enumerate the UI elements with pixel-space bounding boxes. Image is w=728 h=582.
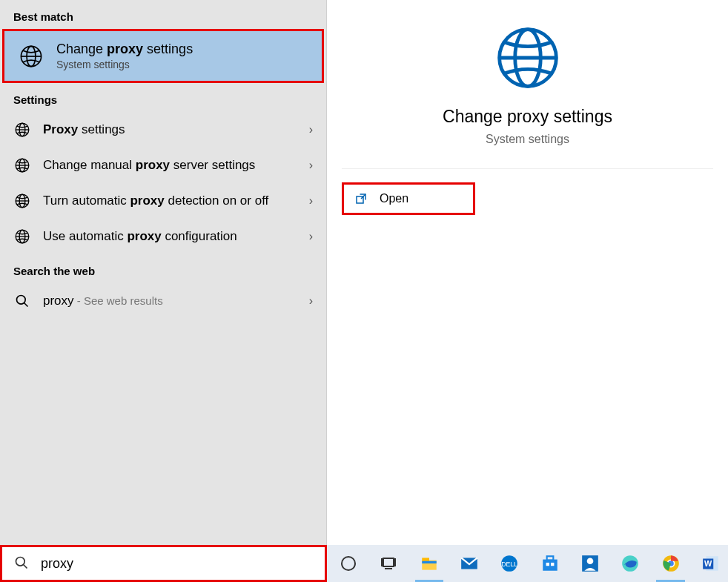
search-icon: [14, 555, 30, 572]
best-match-text: Change proxy settings System settings: [56, 42, 193, 70]
globe-icon: [18, 43, 44, 70]
preview-title: Change proxy settings: [342, 107, 713, 127]
cortana-icon[interactable]: [331, 545, 365, 582]
mail-icon[interactable]: [452, 545, 486, 582]
store-icon[interactable]: [532, 545, 566, 582]
settings-item-proxy-settings[interactable]: Proxy settings ›: [0, 112, 326, 148]
preview-panel: Change proxy settings System settings Op…: [327, 0, 728, 545]
svg-line-16: [24, 303, 28, 307]
svg-rect-36: [546, 556, 553, 560]
best-match-item[interactable]: Change proxy settings System settings: [2, 29, 324, 83]
best-match-title-post: settings: [143, 42, 193, 56]
globe-icon: [13, 228, 31, 245]
globe-icon: [13, 121, 31, 139]
svg-rect-31: [422, 561, 437, 563]
search-icon: [13, 292, 31, 310]
globe-icon: [13, 192, 31, 210]
settings-item-auto-detection[interactable]: Turn automatic proxy detection on or off…: [0, 183, 326, 219]
preview-sub: System settings: [342, 133, 713, 146]
svg-rect-35: [543, 560, 557, 571]
best-match-title-pre: Change: [56, 42, 107, 56]
open-icon: [354, 192, 368, 205]
svg-line-23: [24, 565, 27, 569]
svg-rect-30: [422, 558, 429, 560]
task-view-icon[interactable]: [371, 545, 406, 582]
best-match-title-bold: proxy: [107, 42, 143, 56]
chrome-icon[interactable]: [653, 545, 687, 582]
word-icon[interactable]: W: [694, 545, 728, 582]
search-results-panel: Best match Change proxy settings System …: [0, 0, 327, 545]
people-icon[interactable]: [573, 545, 607, 582]
chevron-right-icon: ›: [309, 294, 313, 308]
web-result-item[interactable]: proxy - See web results ›: [0, 283, 326, 319]
search-box[interactable]: [0, 545, 327, 582]
svg-text:DELL: DELL: [502, 560, 518, 568]
preview-card: Change proxy settings System settings: [342, 0, 713, 169]
open-button[interactable]: Open: [342, 182, 475, 215]
settings-item-auto-config[interactable]: Use automatic proxy configuration ›: [0, 219, 326, 254]
file-explorer-icon[interactable]: [412, 545, 446, 582]
edge-icon[interactable]: [613, 545, 647, 582]
svg-rect-37: [546, 563, 549, 566]
chevron-right-icon: ›: [309, 123, 313, 136]
chevron-right-icon: ›: [309, 159, 313, 172]
svg-rect-25: [383, 558, 394, 566]
settings-item-manual-proxy[interactable]: Change manual proxy server settings ›: [0, 148, 326, 183]
svg-rect-38: [551, 563, 554, 566]
svg-point-22: [16, 558, 25, 566]
svg-text:W: W: [704, 559, 712, 568]
section-header-best-match: Best match: [0, 0, 326, 29]
taskbar: DELL W: [327, 545, 728, 582]
dell-icon[interactable]: DELL: [492, 545, 526, 582]
search-input[interactable]: [41, 556, 313, 572]
open-label: Open: [380, 192, 408, 205]
svg-point-24: [342, 557, 355, 570]
svg-point-15: [17, 296, 26, 305]
section-header-settings: Settings: [0, 83, 326, 112]
svg-point-40: [587, 558, 594, 564]
globe-icon: [13, 156, 31, 174]
section-header-web: Search the web: [0, 254, 326, 283]
chevron-right-icon: ›: [309, 194, 313, 208]
chevron-right-icon: ›: [309, 230, 313, 243]
globe-icon: [492, 22, 563, 93]
best-match-sub: System settings: [56, 59, 193, 70]
